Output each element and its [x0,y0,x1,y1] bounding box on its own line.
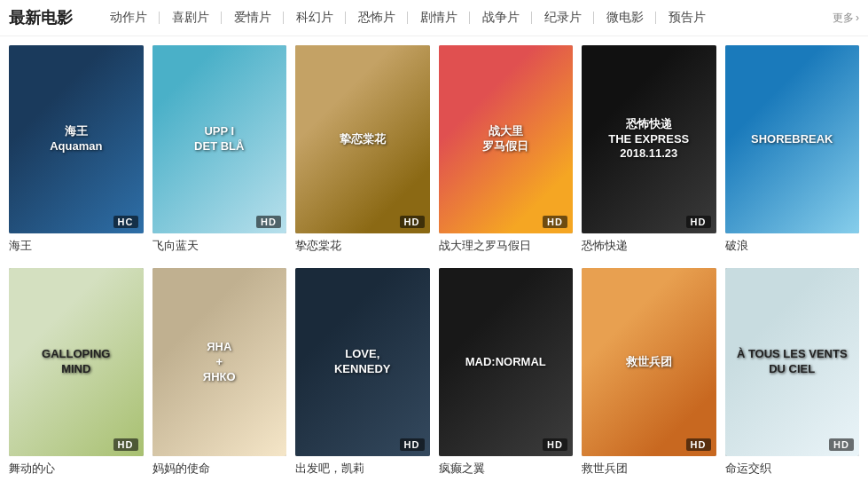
quality-badge: HD [400,216,425,228]
poster-text: 挚恋棠花 [334,127,391,153]
poster-text: ЯНА + ЯНКО [198,335,241,390]
quality-badge: HD [543,216,567,228]
more-button[interactable]: 更多 › [822,11,868,26]
movie-title: 出发吧，凯莉 [295,461,430,477]
movie-card[interactable]: 挚恋棠花HD挚恋棠花 [295,45,430,254]
poster-text: 救世兵团 [621,350,677,375]
poster-text: 恐怖快递 THE EXPRESS 2018.11.23 [603,112,694,168]
nav-item[interactable]: 科幻片 [284,10,346,26]
top-nav: 最新电影 动作片喜剧片爱情片科幻片恐怖片剧情片战争片纪录片微电影预告片 更多 › [0,0,868,36]
quality-badge: HD [400,438,425,451]
movie-card[interactable]: MAD:NORMALHD疯癫之翼 [439,268,574,477]
movie-card[interactable]: À TOUS LES VENTS DU CIELHD命运交织 [725,268,860,477]
movie-title: 挚恋棠花 [295,238,430,254]
poster-text: SHOREBREAK [746,127,838,153]
poster-text: MAD:NORMAL [460,350,551,375]
movie-title: 恐怖快递 [582,238,716,254]
movie-card[interactable]: UPP I DET BLÅHD飞向蓝天 [152,45,287,254]
nav-item[interactable]: 恐怖片 [346,10,408,26]
main-content: 海王 AquamanHC海王UPP I DET BLÅHD飞向蓝天挚恋棠花HD挚… [0,36,868,497]
movie-title: 破浪 [725,238,860,254]
quality-badge: HD [829,438,854,451]
movie-title: 妈妈的使命 [152,461,287,477]
quality-badge: HD [113,438,138,451]
movie-card[interactable]: 海王 AquamanHC海王 [9,45,144,254]
movie-title: 命运交织 [725,461,860,477]
movie-row: GALLOPING MINDHD舞动的心ЯНА + ЯНКО妈妈的使命LOVE,… [9,268,859,477]
nav-item[interactable]: 战争片 [470,10,532,26]
nav-item[interactable]: 纪录片 [532,10,594,26]
quality-badge: HD [256,216,281,228]
movie-title: 海王 [9,238,144,254]
movie-card[interactable]: LOVE, KENNEDYHD出发吧，凯莉 [295,268,430,477]
nav-item[interactable]: 动作片 [98,10,160,26]
poster-text: 战大里 罗马假日 [477,119,534,160]
poster-text: 海王 Aquaman [44,119,107,160]
quality-badge: HD [686,438,711,451]
movie-card[interactable]: ЯНА + ЯНКО妈妈的使命 [152,268,287,477]
site-title: 最新电影 [9,7,89,28]
movie-card[interactable]: 战大里 罗马假日HD战大理之罗马假日 [439,45,574,254]
movie-title: 疯癫之翼 [439,461,574,477]
movie-card[interactable]: 救世兵团HD救世兵团 [582,268,716,477]
poster-text: LOVE, KENNEDY [329,342,396,383]
movie-title: 救世兵团 [582,461,716,477]
nav-item[interactable]: 剧情片 [408,10,470,26]
movie-card[interactable]: 恐怖快递 THE EXPRESS 2018.11.23HD恐怖快递 [582,45,716,254]
quality-badge: HD [543,438,567,451]
nav-items: 动作片喜剧片爱情片科幻片恐怖片剧情片战争片纪录片微电影预告片 [98,10,822,26]
movie-title: 战大理之罗马假日 [439,238,574,254]
movie-card[interactable]: SHOREBREAK破浪 [725,45,860,254]
nav-item[interactable]: 爱情片 [222,10,284,26]
poster-text: À TOUS LES VENTS DU CIEL [731,342,853,383]
poster-text: UPP I DET BLÅ [189,119,249,160]
nav-item[interactable]: 微电影 [594,10,656,26]
quality-badge: HC [113,216,138,228]
movie-title: 舞动的心 [9,461,144,477]
quality-badge: HD [686,216,711,228]
movie-row: 海王 AquamanHC海王UPP I DET BLÅHD飞向蓝天挚恋棠花HD挚… [9,45,859,254]
nav-item[interactable]: 预告片 [656,10,718,26]
nav-item[interactable]: 喜剧片 [160,10,222,26]
poster-text: GALLOPING MIND [36,342,115,383]
movie-card[interactable]: GALLOPING MINDHD舞动的心 [9,268,144,477]
movie-title: 飞向蓝天 [152,238,287,254]
